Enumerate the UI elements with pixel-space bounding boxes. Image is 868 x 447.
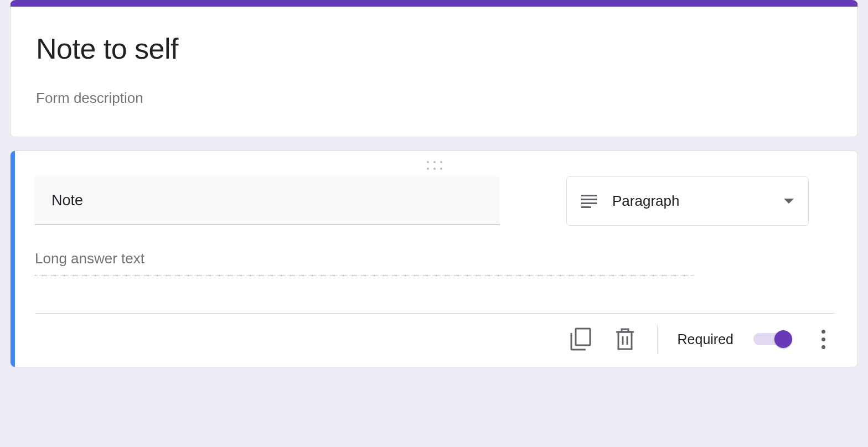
chevron-down-icon [784, 199, 794, 204]
drag-handle[interactable] [35, 160, 835, 176]
toggle-knob [774, 330, 792, 348]
question-top-row: Paragraph [35, 176, 835, 226]
drag-icon [427, 161, 443, 171]
question-type-label: Paragraph [612, 193, 768, 210]
svg-rect-0 [576, 329, 590, 345]
active-card-accent [11, 151, 15, 367]
copy-icon [570, 328, 591, 351]
paragraph-icon [581, 195, 597, 208]
svg-rect-1 [618, 332, 632, 349]
more-vertical-icon [822, 330, 825, 349]
question-title-input[interactable] [35, 176, 500, 225]
form-description-placeholder[interactable]: Form description [36, 90, 832, 107]
answer-preview: Long answer text [35, 250, 694, 276]
question-type-dropdown[interactable]: Paragraph [566, 176, 809, 226]
duplicate-button[interactable] [569, 327, 593, 351]
form-header-card: Note to self Form description [10, 0, 858, 137]
question-card: Paragraph Long answer text [10, 150, 858, 367]
trash-icon [615, 328, 635, 351]
delete-button[interactable] [613, 327, 637, 351]
footer-divider [657, 325, 658, 354]
more-options-button[interactable] [811, 327, 835, 351]
required-label: Required [678, 331, 733, 347]
form-title[interactable]: Note to self [36, 32, 832, 65]
required-toggle[interactable] [753, 333, 791, 345]
question-footer: Required [35, 313, 835, 354]
question-body: Paragraph Long answer text [15, 151, 857, 367]
